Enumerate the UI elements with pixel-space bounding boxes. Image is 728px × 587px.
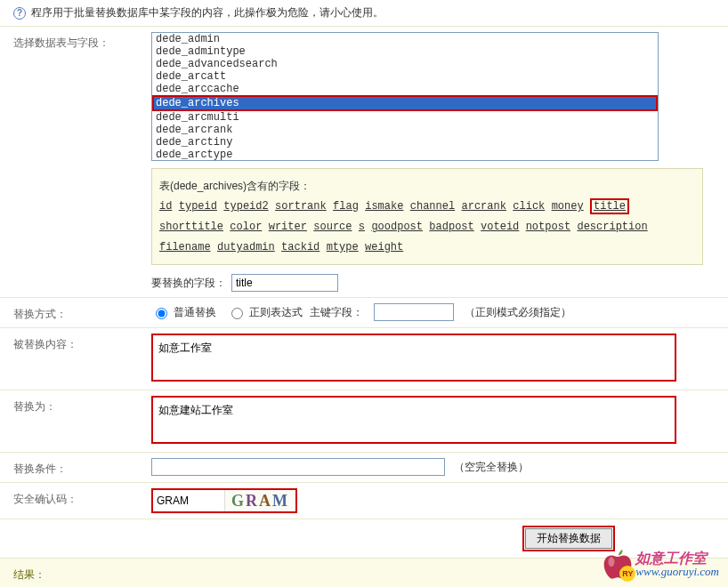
info-icon: ?	[13, 7, 26, 20]
field-link[interactable]: badpost	[429, 221, 473, 233]
pk-label: 主键字段：	[310, 305, 363, 320]
warning-text: 程序用于批量替换数据库中某字段的内容，此操作极为危险，请小心使用。	[31, 5, 384, 20]
field-link[interactable]: description	[577, 221, 647, 233]
table-option[interactable]: dede_arcmulti	[152, 111, 658, 124]
captcha-image[interactable]: GRAM	[224, 490, 295, 511]
field-link[interactable]: typeid2	[223, 200, 268, 213]
mode-normal-radio[interactable]	[156, 308, 167, 319]
table-option[interactable]: dede_arctiny	[152, 136, 658, 149]
replace-cond-input[interactable]	[151, 458, 445, 476]
mode-regex-label: 正则表达式	[249, 305, 303, 320]
table-option[interactable]: dede_arctype	[152, 149, 658, 161]
field-link[interactable]: mtype	[327, 241, 359, 253]
warning-header: ? 程序用于批量替换数据库中某字段的内容，此操作极为危险，请小心使用。	[0, 0, 728, 27]
fields-box: 表(dede_archives)含有的字段： id typeid typeid2…	[151, 168, 703, 265]
field-link[interactable]: tackid	[281, 241, 320, 253]
field-link[interactable]: voteid	[481, 221, 519, 233]
watermark-name: 如意工作室	[635, 551, 719, 566]
ry-badge: RY	[619, 566, 635, 582]
table-option[interactable]: dede_archives	[152, 95, 658, 111]
field-link[interactable]: dutyadmin	[217, 241, 275, 253]
field-link[interactable]: weight	[365, 241, 403, 253]
field-link[interactable]: source	[313, 221, 352, 233]
table-option[interactable]: dede_admintype	[152, 45, 658, 58]
watermark-url: www.guoruyi.com	[635, 566, 719, 577]
field-link[interactable]: title	[590, 198, 629, 214]
pk-hint: （正则模式必须指定）	[465, 305, 571, 320]
pk-input[interactable]	[374, 303, 454, 321]
replace-cond-label: 替换条件：	[13, 458, 151, 477]
table-select-label: 选择数据表与字段：	[13, 32, 151, 51]
field-link[interactable]: click	[513, 200, 545, 213]
field-link[interactable]: arcrank	[462, 200, 506, 213]
replace-to-input[interactable]	[151, 396, 676, 444]
field-link[interactable]: goodpost	[371, 221, 423, 233]
field-link[interactable]: money	[552, 200, 584, 213]
fields-list: id typeid typeid2 sortrank flag ismake c…	[159, 196, 695, 257]
captcha-input[interactable]	[153, 491, 224, 511]
table-option[interactable]: dede_advancedsearch	[152, 58, 658, 70]
field-link[interactable]: ismake	[365, 200, 403, 213]
mode-normal-label: 普通替换	[174, 305, 216, 320]
replace-mode-label: 替换方式：	[13, 303, 151, 322]
apple-icon: RY	[603, 548, 632, 580]
watermark: RY 如意工作室 www.guoruyi.com	[603, 548, 719, 580]
replace-field-input[interactable]	[231, 274, 338, 292]
captcha-label: 安全确认码：	[13, 488, 151, 507]
table-option[interactable]: dede_arcatt	[152, 70, 658, 83]
replace-cond-hint: （空完全替换）	[454, 460, 529, 475]
field-link[interactable]: s	[359, 221, 365, 233]
table-option[interactable]: dede_admin	[152, 33, 658, 45]
field-link[interactable]: flag	[333, 200, 359, 213]
field-link[interactable]: sortrank	[275, 200, 327, 213]
mode-regex-radio[interactable]	[231, 308, 243, 319]
replace-field-label: 要替换的字段：	[151, 276, 226, 291]
field-link[interactable]: channel	[410, 200, 455, 213]
svg-point-0	[609, 557, 615, 567]
field-link[interactable]: id	[159, 200, 172, 213]
replaced-content-input[interactable]	[151, 334, 676, 382]
field-link[interactable]: shorttitle	[159, 221, 223, 233]
submit-button[interactable]: 开始替换数据	[525, 528, 612, 549]
field-link[interactable]: color	[230, 221, 262, 233]
field-link[interactable]: typeid	[179, 200, 217, 213]
table-select-list[interactable]: dede_admindede_admintypedede_advancedsea…	[151, 32, 659, 161]
replace-to-label: 替换为：	[13, 396, 151, 414]
field-link[interactable]: writer	[269, 221, 307, 233]
table-option[interactable]: dede_arccache	[152, 83, 658, 95]
fields-box-title: 表(dede_archives)含有的字段：	[159, 176, 695, 196]
field-link[interactable]: filename	[159, 241, 211, 253]
table-option[interactable]: dede_arcrank	[152, 124, 658, 136]
field-link[interactable]: notpost	[526, 221, 570, 233]
replaced-content-label: 被替换内容：	[13, 334, 151, 352]
